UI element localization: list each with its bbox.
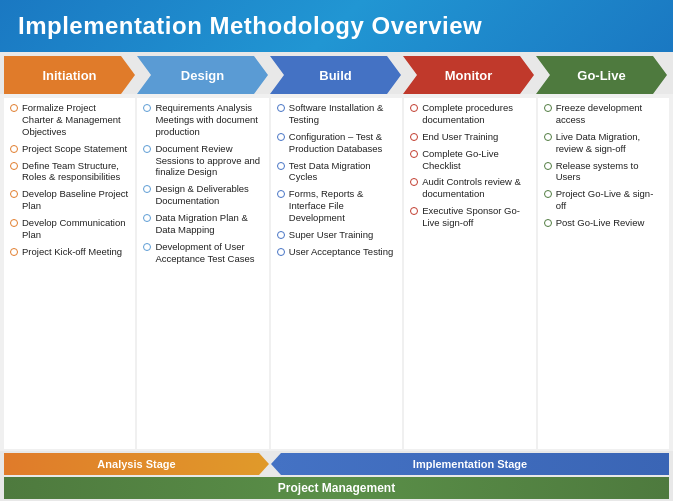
list-item-text: Complete Go-Live Checklist — [422, 148, 529, 172]
list-item-text: Forms, Reports & Interface File Developm… — [289, 188, 396, 224]
list-item: Develop Communication Plan — [10, 217, 129, 241]
list-item: Super User Training — [277, 229, 396, 241]
list-item: Project Kick-off Meeting — [10, 246, 129, 258]
list-item-text: Define Team Structure, Roles & responsib… — [22, 160, 129, 184]
project-mgmt-label: Project Management — [278, 481, 395, 495]
list-item: Release systems to Users — [544, 160, 663, 184]
list-item-text: Formalize Project Charter & Management O… — [22, 102, 129, 138]
list-item-text: Document Review Sessions to approve and … — [155, 143, 262, 179]
bullet-icon — [10, 145, 18, 153]
bullet-icon — [544, 104, 552, 112]
implementation-stage-label: Implementation Stage — [413, 458, 527, 470]
list-item: Forms, Reports & Interface File Developm… — [277, 188, 396, 224]
list-item: Design & Deliverables Documentation — [143, 183, 262, 207]
list-item-text: Project Scope Statement — [22, 143, 127, 155]
bottom-bars: Analysis Stage Implementation Stage Proj… — [0, 451, 673, 501]
list-item: Develop Baseline Project Plan — [10, 188, 129, 212]
list-item-text: Release systems to Users — [556, 160, 663, 184]
phase-col-design: Requirements Analysis Meetings with docu… — [137, 98, 268, 449]
implementation-stage-bar: Implementation Stage — [271, 453, 669, 475]
page-title: Implementation Methodology Overview — [0, 0, 673, 52]
bullet-icon — [277, 248, 285, 256]
bullet-icon — [544, 162, 552, 170]
header-title: Implementation Methodology Overview — [18, 12, 482, 39]
bullet-icon — [10, 190, 18, 198]
arrow-label-monitor: Monitor — [445, 68, 493, 83]
list-item-text: Develop Baseline Project Plan — [22, 188, 129, 212]
list-item-text: Audit Controls review & documentation — [422, 176, 529, 200]
list-item-text: Post Go-Live Review — [556, 217, 645, 229]
bullet-icon — [10, 248, 18, 256]
list-item: Freeze development access — [544, 102, 663, 126]
bullet-icon — [143, 214, 151, 222]
list-item-text: Development of User Acceptance Test Case… — [155, 241, 262, 265]
main-container: Implementation Methodology Overview Init… — [0, 0, 673, 501]
list-item-text: Develop Communication Plan — [22, 217, 129, 241]
bullet-icon — [277, 104, 285, 112]
list-item-text: User Acceptance Testing — [289, 246, 393, 258]
list-item: Project Go-Live & sign-off — [544, 188, 663, 212]
bullet-icon — [143, 145, 151, 153]
list-item: Test Data Migration Cycles — [277, 160, 396, 184]
list-item: Document Review Sessions to approve and … — [143, 143, 262, 179]
arrow-label-golive: Go-Live — [577, 68, 625, 83]
list-item-text: Executive Sponsor Go-Live sign-off — [422, 205, 529, 229]
bullet-icon — [544, 219, 552, 227]
analysis-stage-bar: Analysis Stage — [4, 453, 269, 475]
list-item-text: End User Training — [422, 131, 498, 143]
project-mgmt-bar: Project Management — [4, 477, 669, 499]
list-item-text: Project Kick-off Meeting — [22, 246, 122, 258]
bullet-icon — [277, 190, 285, 198]
list-item: Audit Controls review & documentation — [410, 176, 529, 200]
bullet-icon — [277, 162, 285, 170]
list-item: Executive Sponsor Go-Live sign-off — [410, 205, 529, 229]
list-item-text: Design & Deliverables Documentation — [155, 183, 262, 207]
bullet-icon — [10, 162, 18, 170]
project-mgmt-row: Project Management — [4, 477, 669, 499]
bullet-icon — [277, 133, 285, 141]
list-item: Development of User Acceptance Test Case… — [143, 241, 262, 265]
phase-col-golive: Freeze development accessLive Data Migra… — [538, 98, 669, 449]
arrow-label-design: Design — [181, 68, 224, 83]
list-item-text: Data Migration Plan & Data Mapping — [155, 212, 262, 236]
list-item: Project Scope Statement — [10, 143, 129, 155]
list-item: End User Training — [410, 131, 529, 143]
list-item: Complete Go-Live Checklist — [410, 148, 529, 172]
bullet-icon — [544, 133, 552, 141]
bullet-icon — [277, 231, 285, 239]
list-item-text: Freeze development access — [556, 102, 663, 126]
list-item: Requirements Analysis Meetings with docu… — [143, 102, 262, 138]
bullet-icon — [143, 104, 151, 112]
phase-design-arrow: Design — [137, 56, 268, 94]
list-item-text: Test Data Migration Cycles — [289, 160, 396, 184]
stage-row: Analysis Stage Implementation Stage — [4, 453, 669, 475]
phase-col-build: Software Installation & TestingConfigura… — [271, 98, 402, 449]
list-item: User Acceptance Testing — [277, 246, 396, 258]
bullet-icon — [544, 190, 552, 198]
list-item: Software Installation & Testing — [277, 102, 396, 126]
list-item: Post Go-Live Review — [544, 217, 663, 229]
list-item: Configuration – Test & Production Databa… — [277, 131, 396, 155]
list-item: Formalize Project Charter & Management O… — [10, 102, 129, 138]
bullet-icon — [143, 243, 151, 251]
list-item-text: Live Data Migration, review & sign-off — [556, 131, 663, 155]
bullet-icon — [410, 178, 418, 186]
bullet-icon — [410, 133, 418, 141]
phase-col-monitor: Complete procedures documentationEnd Use… — [404, 98, 535, 449]
analysis-stage-label: Analysis Stage — [97, 458, 175, 470]
bullet-icon — [410, 104, 418, 112]
arrow-label-build: Build — [319, 68, 352, 83]
bullet-icon — [410, 150, 418, 158]
list-item: Live Data Migration, review & sign-off — [544, 131, 663, 155]
bullet-icon — [10, 104, 18, 112]
phase-col-initiation: Formalize Project Charter & Management O… — [4, 98, 135, 449]
phase-initiation-arrow: Initiation — [4, 56, 135, 94]
bullet-icon — [143, 185, 151, 193]
list-item-text: Configuration – Test & Production Databa… — [289, 131, 396, 155]
list-item: Define Team Structure, Roles & responsib… — [10, 160, 129, 184]
list-item-text: Complete procedures documentation — [422, 102, 529, 126]
bullet-icon — [410, 207, 418, 215]
list-item-text: Requirements Analysis Meetings with docu… — [155, 102, 262, 138]
phase-build-arrow: Build — [270, 56, 401, 94]
list-item-text: Project Go-Live & sign-off — [556, 188, 663, 212]
